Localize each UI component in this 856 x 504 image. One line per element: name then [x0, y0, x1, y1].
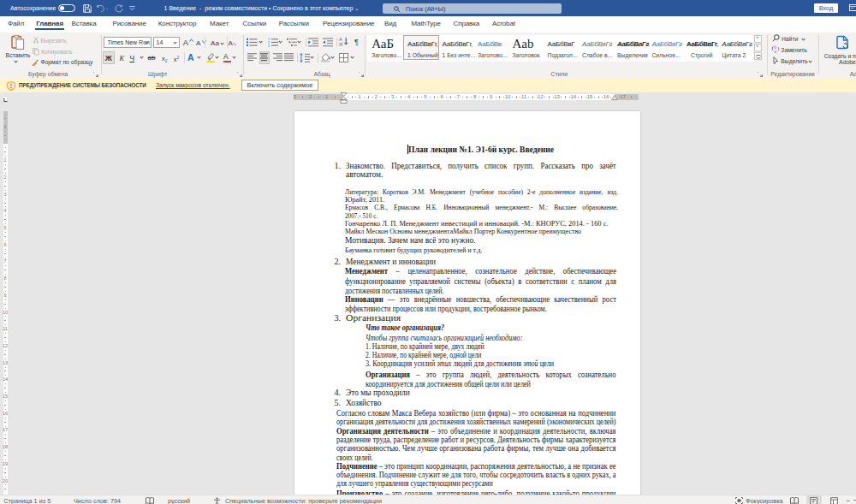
svg-text:3: 3: [268, 44, 270, 46]
svg-text:Я: Я: [339, 42, 342, 47]
